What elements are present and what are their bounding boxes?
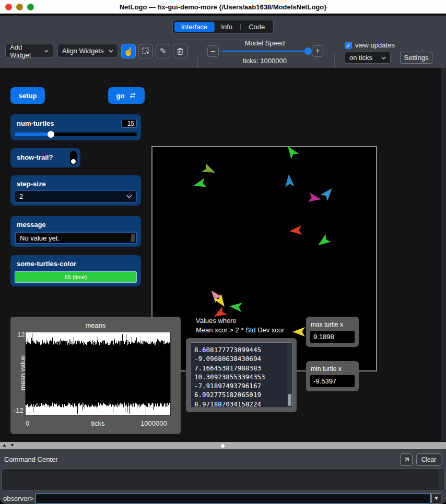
- collapse-down-icon[interactable]: ▼: [10, 442, 18, 448]
- edit-widget-button[interactable]: ✎: [156, 44, 170, 58]
- y-max-tick: 12: [17, 331, 25, 339]
- tab-interface[interactable]: Interface: [174, 22, 215, 32]
- popout-icon: [403, 457, 410, 463]
- hand-tool-button[interactable]: ☝: [121, 44, 136, 58]
- tab-code[interactable]: Code: [242, 22, 272, 32]
- window-title: NetLogo — fix-gui-demo-more {/Users/aab1…: [0, 3, 446, 11]
- message-input[interactable]: No value yet.: [15, 232, 137, 244]
- view-updates-checkbox[interactable]: ✓: [345, 42, 352, 49]
- popout-button[interactable]: [400, 453, 413, 466]
- plot-noise-series: [26, 332, 170, 415]
- message-label: message: [17, 221, 46, 229]
- output-scrollbar-thumb[interactable]: [288, 394, 291, 406]
- chevron-down-icon: [381, 56, 386, 59]
- add-widget-dropdown[interactable]: Add Widget: [5, 44, 53, 58]
- x-max-tick: 1000000: [140, 419, 167, 427]
- delete-widget-button[interactable]: [173, 44, 187, 58]
- title-bar: NetLogo — fix-gui-demo-more {/Users/aab1…: [0, 0, 446, 15]
- num-turtles-slider-widget: num-turtles 15: [10, 114, 141, 140]
- monitor-label: min turtle x: [311, 365, 342, 373]
- step-size-chooser-widget: step-size 2: [10, 175, 141, 206]
- turtle: [229, 302, 242, 312]
- y-min-tick: -12: [14, 406, 24, 414]
- interface-scrollbar[interactable]: [441, 68, 446, 441]
- chevron-down-icon: [109, 50, 113, 53]
- turtle: [292, 327, 305, 337]
- setup-button[interactable]: setup: [10, 87, 45, 104]
- splitter-handle[interactable]: [221, 444, 225, 448]
- speed-slider-handle[interactable]: [304, 47, 312, 55]
- select-widgets-button[interactable]: [138, 44, 153, 58]
- tab-bar: Interface Info | Code: [172, 20, 274, 33]
- trash-icon: [177, 47, 184, 55]
- forever-loop-icon: [129, 92, 136, 99]
- monitor-value: 9.1898: [310, 331, 355, 343]
- min-turtle-x-monitor: min turtle x -9.5397: [306, 361, 359, 391]
- traffic-light-zoom[interactable]: [27, 4, 34, 10]
- speed-slider-track[interactable]: [221, 51, 309, 52]
- ticks-counter: ticks: 1000000: [223, 57, 307, 65]
- observer-prompt: observer>: [3, 495, 33, 502]
- turtle: [289, 225, 302, 236]
- turtle: [284, 147, 299, 159]
- num-turtles-handle[interactable]: [48, 131, 54, 138]
- toggle-knob: [71, 159, 76, 164]
- some-turtles-color-label: some-turtles-color: [17, 260, 76, 268]
- traffic-light-minimize[interactable]: [16, 4, 23, 10]
- color-picker-widget: some-turtles-color 65 (lime): [10, 255, 141, 286]
- collapse-up-icon[interactable]: ▲: [2, 442, 10, 448]
- turtle: [202, 163, 217, 177]
- history-dropdown-button[interactable]: ▼: [431, 493, 441, 503]
- turtle: [308, 193, 322, 204]
- marquee-select-icon: [142, 47, 150, 55]
- step-size-dropdown[interactable]: 2: [15, 190, 137, 202]
- turtle: [284, 174, 295, 187]
- clear-button[interactable]: Clear: [416, 453, 441, 466]
- some-turtles-color-button[interactable]: 65 (lime): [15, 271, 137, 283]
- step-size-label: step-size: [17, 180, 46, 188]
- interface-canvas: setup go num-turtles 15 show-trail?: [0, 68, 446, 441]
- header: Interface Info | Code Add Widget Align W…: [0, 16, 446, 68]
- speed-minus-button[interactable]: –: [207, 45, 219, 57]
- show-trail-switch-widget: show-trail?: [10, 148, 80, 167]
- chevron-down-icon: [44, 50, 49, 53]
- command-center: Command Center Clear observer> ▼: [0, 449, 446, 504]
- speed-slider-center-tick: [265, 49, 265, 54]
- speed-plus-button[interactable]: +: [312, 45, 323, 57]
- output-widget: 8.608177773099445 -9.09680638430694 7.16…: [186, 338, 297, 412]
- view-updates-label: view updates: [355, 41, 395, 49]
- monitor-label: max turtle x: [311, 321, 343, 328]
- turtle: [320, 185, 335, 201]
- note-line-2: Mean xcor > 2 * Std Dev xcor: [196, 326, 284, 334]
- means-plot-widget: means 12 -12 mean value 0 ticks 1000000: [10, 317, 181, 434]
- plot-area: [25, 332, 171, 416]
- command-output[interactable]: [2, 469, 444, 490]
- show-trail-label: show-trail?: [17, 153, 53, 161]
- triangle-down-icon: ▼: [434, 496, 439, 501]
- note-line-1: Values where: [196, 317, 237, 325]
- output-box[interactable]: 8.608177773099445 -9.09680638430694 7.16…: [190, 342, 292, 408]
- message-input-widget: message No value yet.: [10, 216, 141, 247]
- traffic-light-close[interactable]: [5, 4, 12, 10]
- pencil-icon: ✎: [160, 46, 167, 56]
- output-scrollbar[interactable]: [287, 343, 292, 407]
- command-center-splitter[interactable]: ▲▼: [0, 442, 446, 449]
- update-mode-dropdown[interactable]: on ticks: [345, 52, 391, 64]
- hand-icon: ☝: [123, 46, 134, 56]
- input-caret-strip: [131, 234, 135, 242]
- settings-button[interactable]: Settings: [400, 52, 432, 64]
- tab-info[interactable]: Info: [214, 22, 239, 32]
- turtle: [315, 234, 331, 249]
- show-trail-toggle[interactable]: [70, 151, 77, 165]
- num-turtles-label: num-turtles: [17, 119, 54, 127]
- turtle: [192, 178, 207, 190]
- align-widgets-dropdown[interactable]: Align Widgets: [57, 44, 118, 58]
- command-output-scrollbar[interactable]: [438, 470, 443, 489]
- command-center-title: Command Center: [4, 455, 58, 463]
- max-turtle-x-monitor: max turtle x 9.1898: [306, 317, 359, 347]
- go-button[interactable]: go: [108, 87, 145, 104]
- chevron-down-icon: [126, 195, 132, 198]
- num-turtles-value: 15: [121, 119, 137, 128]
- model-speed-label: Model Speed: [223, 39, 307, 47]
- command-input[interactable]: [36, 493, 431, 503]
